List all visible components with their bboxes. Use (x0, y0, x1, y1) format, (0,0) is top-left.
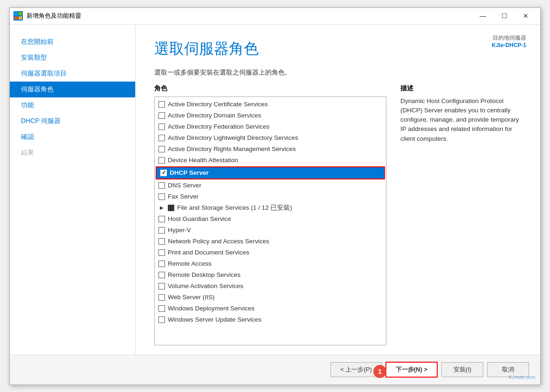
checkbox-dns[interactable] (158, 182, 165, 189)
role-label-ad-light: Active Directory Lightweight Directory S… (168, 134, 298, 141)
checkbox-remote-access[interactable] (158, 261, 165, 267)
two-column-layout: 角色 Active Directory Certificate Services… (154, 84, 522, 345)
role-item-host-guardian[interactable]: Host Guardian Service (155, 213, 386, 225)
sidebar-item-dhcp[interactable]: DHCP 伺服器 (10, 113, 135, 129)
svg-rect-1 (19, 12, 22, 15)
cancel-button[interactable]: 取消 (487, 362, 529, 377)
target-server-name: KJie-DHCP-1 (492, 42, 526, 48)
role-label-hyper-v: Hyper-V (168, 227, 191, 234)
titlebar: 新增角色及功能精靈 — ☐ ✕ (10, 8, 540, 25)
checkbox-device-health[interactable] (158, 157, 165, 164)
role-label-device-health: Device Health Attestation (168, 157, 238, 164)
svg-rect-2 (14, 16, 18, 20)
sidebar-item-server-role[interactable]: 伺服器角色 (10, 82, 135, 97)
checkbox-fax[interactable] (158, 193, 165, 200)
target-server-label: 目的地伺服器 (492, 34, 526, 42)
svg-rect-0 (14, 12, 18, 15)
sidebar-item-install-type[interactable]: 安裝類型 (10, 50, 135, 66)
checkbox-host-guardian[interactable] (158, 216, 165, 222)
page-instruction: 選取一或多個要安裝在選取之伺服器上的角色。 (154, 69, 522, 77)
role-label-host-guardian: Host Guardian Service (168, 215, 231, 222)
checkbox-ad-light[interactable] (158, 135, 165, 141)
app-icon (14, 11, 23, 21)
maximize-button[interactable]: ☐ (494, 7, 515, 24)
description-panel: 描述 Dynamic Host Configuration Protocol (… (400, 84, 522, 345)
role-item-file-storage[interactable]: ▶ File and Storage Services (1 / 12 已安裝) (155, 202, 386, 213)
install-button[interactable]: 安裝(I) (441, 362, 483, 377)
checkbox-ad-rights[interactable] (158, 146, 165, 152)
role-item-device-health[interactable]: Device Health Attestation (155, 155, 386, 166)
checkbox-ad-domain[interactable] (158, 112, 165, 119)
roles-list[interactable]: Active Directory Certificate Services Ac… (154, 96, 386, 345)
sidebar-item-result: 結果 (10, 145, 135, 161)
target-server-info: 目的地伺服器 KJie-DHCP-1 (492, 34, 526, 48)
dhcp-server-highlight-box: DHCP Server (156, 166, 385, 179)
window-controls: — ☐ ✕ (472, 7, 536, 24)
role-label-ad-cert: Active Directory Certificate Services (168, 101, 268, 108)
role-label-dns: DNS Server (168, 182, 201, 189)
role-item-ad-cert[interactable]: Active Directory Certificate Services (155, 99, 386, 110)
checkbox-win-deploy[interactable] (158, 305, 165, 312)
role-label-remote-desktop: Remote Desktop Services (168, 271, 241, 278)
window-title: 新增角色及功能精靈 (27, 12, 472, 20)
role-item-dhcp[interactable]: DHCP Server (157, 167, 384, 179)
checkbox-ad-cert[interactable] (158, 101, 165, 108)
role-label-ad-rights: Active Directory Rights Management Servi… (168, 145, 296, 152)
role-item-hyper-v[interactable]: Hyper-V (155, 225, 386, 236)
role-label-print-doc: Print and Document Services (168, 249, 249, 256)
role-label-fax: Fax Server (168, 193, 199, 200)
expand-icon-file-storage[interactable]: ▶ (158, 205, 165, 211)
circle-badge-1: 1 (373, 365, 386, 378)
role-item-ad-rights[interactable]: Active Directory Rights Management Servi… (155, 144, 386, 155)
role-label-win-update: Windows Server Update Services (168, 316, 261, 323)
checkbox-ad-fed[interactable] (158, 124, 165, 130)
role-item-print-doc[interactable]: Print and Document Services (155, 247, 386, 258)
footer: 1 < 上一步(P) 下一步(N) > 安裝(I) 取消 KJnote.com (10, 355, 540, 385)
role-label-web-server: Web Server (IIS) (168, 294, 214, 301)
checkbox-print-doc[interactable] (158, 249, 165, 256)
next-button[interactable]: 下一步(N) > (385, 362, 438, 378)
checkbox-file-storage[interactable] (168, 205, 174, 211)
role-item-remote-desktop[interactable]: Remote Desktop Services (155, 269, 386, 281)
role-item-fax[interactable]: Fax Server (155, 191, 386, 202)
roles-panel: 角色 Active Directory Certificate Services… (154, 84, 386, 345)
role-label-file-storage: File and Storage Services (1 / 12 已安裝) (177, 204, 292, 212)
sidebar-item-server-select[interactable]: 伺服器選取項目 (10, 66, 135, 82)
sidebar: 在您開始前 安裝類型 伺服器選取項目 伺服器角色 功能 DHCP 伺服器 確認 … (10, 25, 136, 355)
content-area: 在您開始前 安裝類型 伺服器選取項目 伺服器角色 功能 DHCP 伺服器 確認 … (10, 25, 540, 355)
role-item-network-policy[interactable]: Network Policy and Access Services (155, 236, 386, 247)
role-item-remote-access[interactable]: Remote Access (155, 258, 386, 269)
role-item-ad-fed[interactable]: Active Directory Federation Services (155, 121, 386, 132)
checkbox-dhcp[interactable] (160, 170, 167, 176)
role-item-volume-activation[interactable]: Volume Activation Services (155, 281, 386, 292)
role-label-volume-activation: Volume Activation Services (168, 282, 243, 289)
checkbox-remote-desktop[interactable] (158, 272, 165, 278)
sidebar-item-features[interactable]: 功能 (10, 97, 135, 113)
role-item-win-update[interactable]: Windows Server Update Services (155, 314, 386, 325)
main-content: 目的地伺服器 KJie-DHCP-1 選取伺服器角色 選取一或多個要安裝在選取之… (136, 25, 540, 355)
role-label-win-deploy: Windows Deployment Services (168, 305, 254, 312)
sidebar-item-confirm[interactable]: 確認 (10, 129, 135, 145)
checkbox-win-update[interactable] (158, 316, 165, 323)
sidebar-item-start[interactable]: 在您開始前 (10, 34, 135, 50)
role-label-dhcp: DHCP Server (170, 169, 209, 176)
role-label-ad-fed: Active Directory Federation Services (168, 123, 269, 130)
role-label-remote-access: Remote Access (168, 260, 212, 267)
role-item-ad-light[interactable]: Active Directory Lightweight Directory S… (155, 132, 386, 144)
minimize-button[interactable]: — (472, 7, 494, 24)
close-button[interactable]: ✕ (515, 7, 536, 24)
role-item-web-server[interactable]: Web Server (IIS) (155, 292, 386, 303)
role-label-network-policy: Network Policy and Access Services (168, 238, 269, 245)
role-item-dns[interactable]: DNS Server (155, 180, 386, 191)
role-item-win-deploy[interactable]: Windows Deployment Services (155, 303, 386, 314)
role-label-ad-domain: Active Directory Domain Services (168, 112, 261, 119)
page-title: 選取伺服器角色 (154, 39, 522, 59)
checkbox-network-policy[interactable] (158, 238, 165, 245)
checkbox-web-server[interactable] (158, 294, 165, 301)
description-label: 描述 (400, 84, 522, 93)
svg-rect-3 (19, 16, 22, 20)
role-item-ad-domain[interactable]: Active Directory Domain Services (155, 110, 386, 121)
description-text: Dynamic Host Configuration Protocol (DHC… (400, 96, 522, 144)
checkbox-volume-activation[interactable] (158, 283, 165, 289)
checkbox-hyper-v[interactable] (158, 227, 165, 234)
